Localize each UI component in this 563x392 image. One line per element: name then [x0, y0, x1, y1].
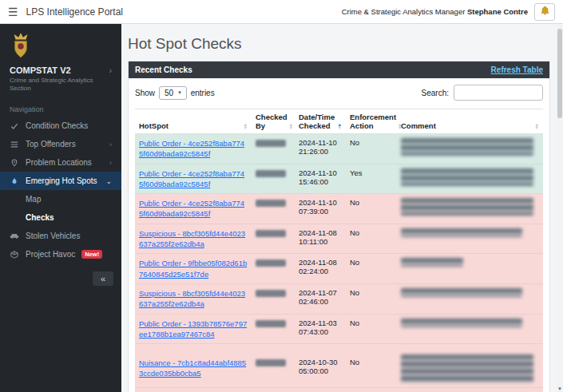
- checked-by-cell: [252, 224, 295, 254]
- brand-title: COMPSTAT V2: [10, 65, 71, 75]
- redacted-comment: [401, 228, 522, 237]
- sidebar-item-label: Project Havoc: [26, 250, 75, 259]
- datetime-cell: 2024-10-30: [295, 388, 346, 392]
- table-row: Public Order - 4ce252f8aba7745f60d9bada9…: [135, 134, 543, 164]
- location-pin-icon: [10, 159, 19, 167]
- column-header-label: Enforcement Action: [350, 113, 396, 130]
- hotspot-cell: Public Order - 4ce252f8aba7745f60d9bada9…: [135, 194, 252, 224]
- comment-cell: [397, 344, 543, 388]
- sidebar-collapse-button[interactable]: «: [93, 271, 113, 286]
- action-cell: No: [346, 134, 397, 164]
- panel-title: Recent Checks: [135, 65, 192, 74]
- action-cell: No: [346, 344, 397, 388]
- sidebar-item-stolen-vehicles[interactable]: Stolen Vehicles: [0, 227, 121, 245]
- datetime-cell: 2024-11-08 02:24:00: [295, 254, 346, 284]
- hotspot-link[interactable]: Suspicious - 8bcf305fd44e4023637a255f2e6…: [139, 228, 248, 250]
- refresh-table-link[interactable]: Refresh Table: [491, 65, 543, 74]
- user-role: Crime & Strategic Analytics Manager: [342, 7, 466, 16]
- chevron-right-icon: ›: [109, 159, 112, 167]
- bell-icon: [540, 5, 550, 19]
- action-cell: No: [346, 254, 397, 284]
- hotspot-link[interactable]: Public Order - 1393b78576e797ee1788b1ea9…: [139, 319, 248, 340]
- checked-by-cell: [252, 164, 295, 194]
- search-input[interactable]: [454, 85, 543, 101]
- sidebar-item-checks[interactable]: Checks: [0, 208, 121, 227]
- checked-by-cell: [252, 254, 295, 284]
- hotspot-link[interactable]: Suspicious - 8bcf305fd44e4023637a255f2e6…: [139, 288, 248, 310]
- datetime-cell: 2024-11-10 15:46:00: [295, 164, 346, 194]
- check-icon: [10, 122, 19, 130]
- redacted-checked-by: [256, 140, 286, 147]
- hotspot-link[interactable]: Public Order - 4ce252f8aba7745f60d9bada9…: [139, 168, 248, 190]
- column-header-enforcement[interactable]: Enforcement Action▲▼: [346, 109, 397, 134]
- flame-icon: [10, 177, 19, 185]
- comment-cell: [397, 194, 543, 224]
- column-header-datetime[interactable]: Date/Time Checked▲▼: [295, 109, 346, 134]
- main-content: Hot Spot Checks Recent Checks Refresh Ta…: [121, 24, 557, 392]
- entries-label: entries: [191, 89, 215, 97]
- action-cell: No: [346, 388, 397, 392]
- entries-value: 50: [165, 89, 173, 97]
- comment-cell: [397, 283, 543, 314]
- sidebar-item-emerging-hot-spots[interactable]: Emerging Hot Spots ⌄: [0, 172, 121, 190]
- column-header-label: HotSpot: [139, 121, 169, 130]
- sidebar-item-label: Emerging Hot Spots: [26, 176, 97, 185]
- table-row: Public Order - 1393b78576e797ee1788b1ea9…: [135, 314, 543, 344]
- comment-cell: [397, 134, 543, 164]
- scrollbar-thumb[interactable]: [557, 29, 562, 118]
- datetime-cell: 2024-11-03 07:43:00: [295, 314, 346, 344]
- checked-by-cell: [252, 134, 295, 164]
- redacted-comment: [401, 354, 533, 383]
- entries-select[interactable]: 50 ▾: [159, 86, 187, 100]
- comment-cell: [397, 388, 543, 392]
- action-cell: No: [346, 194, 397, 224]
- compstat-header[interactable]: COMPSTAT V2 ›: [10, 65, 112, 75]
- sidebar-item-label: Condition Checks: [26, 121, 88, 130]
- hotspot-cell: Public Order - 9fbbe05f082d61b7640845d25…: [135, 254, 252, 284]
- sidebar-item-label: Stolen Vehicles: [26, 232, 80, 240]
- table-row: Public Order - 4ce252f8aba7745f60d9bada9…: [135, 194, 543, 224]
- hotspot-cell: B & E -: [135, 388, 252, 392]
- top-bar: ☰ LPS Intelligence Portal Crime & Strate…: [0, 0, 563, 24]
- hotspot-link[interactable]: Public Order - 4ce252f8aba7745f60d9bada9…: [139, 198, 248, 220]
- column-header-comment[interactable]: Comment▲▼: [397, 109, 543, 134]
- user-role-name: Crime & Strategic Analytics Manager Step…: [342, 7, 528, 16]
- column-header-hotspot[interactable]: HotSpot▲▼: [135, 109, 252, 134]
- hotspot-link[interactable]: Nuisance - 7cb1c8ad44abf48853ccde035bb0c…: [139, 358, 248, 379]
- checked-by-cell: [252, 283, 295, 314]
- action-cell: No: [346, 283, 397, 314]
- nav-section-label: Navigation: [0, 99, 121, 117]
- hotspot-link[interactable]: Public Order - 4ce252f8aba7745f60d9bada9…: [139, 138, 248, 160]
- datetime-cell: 2024-10-30 05:00:00: [295, 344, 346, 388]
- checked-by-cell: [252, 314, 295, 344]
- checked-by-cell: [252, 388, 295, 392]
- table-row: Nuisance - 7cb1c8ad44abf48853ccde035bb0c…: [135, 344, 543, 388]
- chevron-right-icon: ›: [109, 141, 112, 148]
- sidebar-item-top-offenders[interactable]: Top Offenders ›: [0, 135, 121, 153]
- checked-by-cell: [252, 344, 295, 388]
- hotspot-cell: Public Order - 4ce252f8aba7745f60d9bada9…: [135, 164, 252, 194]
- hotspot-cell: Nuisance - 7cb1c8ad44abf48853ccde035bb0c…: [135, 344, 252, 388]
- vertical-scrollbar[interactable]: ▼: [557, 24, 563, 392]
- show-label: Show: [135, 89, 155, 97]
- car-icon: [10, 232, 19, 240]
- table-row: Public Order - 4ce252f8aba7745f60d9bada9…: [135, 164, 543, 194]
- comment-cell: [397, 254, 543, 284]
- sidebar-item-condition-checks[interactable]: Condition Checks: [0, 117, 121, 135]
- sidebar-item-map[interactable]: Map: [0, 190, 121, 208]
- redacted-checked-by: [256, 290, 286, 297]
- scroll-down-icon[interactable]: ▼: [557, 386, 563, 391]
- sidebar-item-problem-locations[interactable]: Problem Locations ›: [0, 153, 121, 172]
- notifications-button[interactable]: [534, 3, 555, 21]
- table-row: B & E - 2024-10-30 No: [135, 388, 543, 392]
- search-label: Search:: [422, 89, 449, 97]
- menu-icon[interactable]: ☰: [8, 6, 18, 18]
- hotspot-cell: Suspicious - 8bcf305fd44e4023637a255f2e6…: [135, 283, 252, 314]
- sort-icon: ▲▼: [535, 123, 539, 130]
- column-header-checked-by[interactable]: Checked By▲▼: [252, 109, 295, 134]
- sidebar-item-project-havoc[interactable]: Project Havoc New!: [0, 245, 121, 263]
- redacted-checked-by: [256, 259, 286, 267]
- panel-body: Show 50 ▾ entries Search: HotSpot▲▼: [129, 78, 549, 392]
- hotspot-link[interactable]: Public Order - 9fbbe05f082d61b7640845d25…: [139, 258, 248, 279]
- redacted-comment: [401, 319, 522, 327]
